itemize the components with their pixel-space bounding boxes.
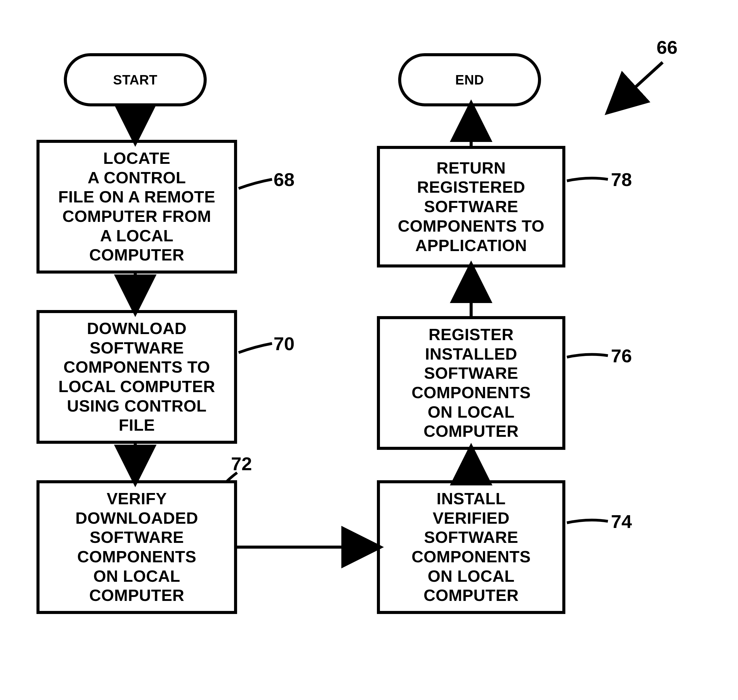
leader-78 [567, 178, 608, 181]
flowchart-canvas: START END LOCATE A CONTROL FILE ON A REM… [0, 0, 738, 700]
leader-lines [0, 0, 738, 700]
leader-72 [226, 473, 237, 482]
leader-76 [567, 354, 608, 357]
leader-68 [239, 179, 272, 188]
leader-70 [239, 343, 272, 353]
leader-74 [567, 520, 608, 523]
